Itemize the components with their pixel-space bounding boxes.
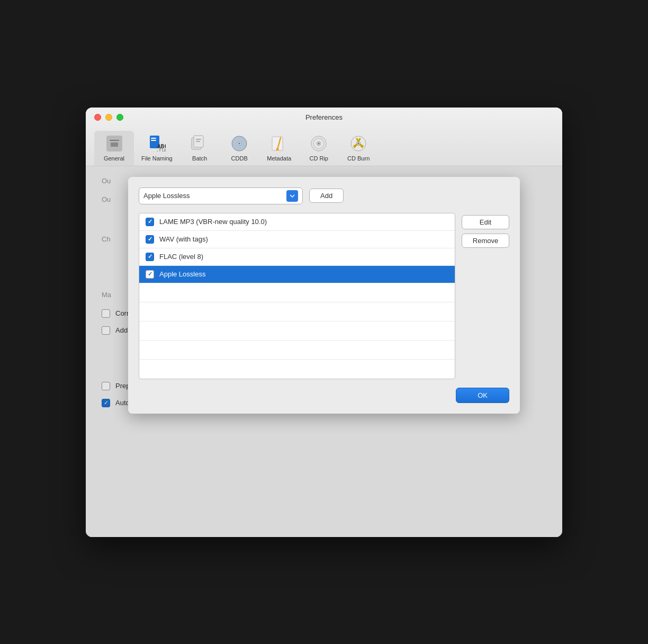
svg-rect-1 <box>110 140 119 141</box>
edit-button[interactable]: Edit <box>462 215 509 229</box>
toolbar-item-metadata[interactable]: Metadata <box>259 131 299 166</box>
svg-rect-4 <box>151 138 156 139</box>
add-button[interactable]: Add <box>309 189 344 203</box>
toolbar-label-general: General <box>104 155 124 162</box>
format-label-apple-lossless: Apple Lossless <box>159 270 205 278</box>
batch-icon <box>190 134 209 153</box>
modal-body: LAME MP3 (VBR-new quality 10.0) WAV (wit… <box>139 213 509 379</box>
svg-text:.flac: .flac <box>156 148 166 153</box>
toolbar-item-cddb[interactable]: CDDB <box>220 131 259 166</box>
svg-point-21 <box>318 142 320 145</box>
ok-button[interactable]: OK <box>456 388 509 403</box>
svg-rect-5 <box>151 140 156 141</box>
cd-rip-icon <box>309 134 328 153</box>
svg-point-24 <box>357 142 359 145</box>
format-checkbox-lame[interactable] <box>146 218 154 226</box>
modal-actions: Edit Remove <box>462 213 509 379</box>
titlebar: Preferences General <box>86 108 562 166</box>
modal-top: Apple Lossless Add <box>139 187 509 204</box>
metadata-icon <box>269 134 289 153</box>
format-empty-2 <box>139 302 455 321</box>
format-item-lame[interactable]: LAME MP3 (VBR-new quality 10.0) <box>139 213 455 231</box>
svg-rect-10 <box>196 139 201 140</box>
format-modal: Apple Lossless Add LAME MP3 (VBR-new qua… <box>128 177 520 414</box>
general-icon <box>105 134 124 153</box>
format-empty-4 <box>139 341 455 360</box>
format-item-apple-lossless[interactable]: Apple Lossless <box>139 266 455 283</box>
toolbar: General ABC .flac File Naming <box>94 127 554 166</box>
minimize-button[interactable] <box>105 114 112 121</box>
format-checkbox-apple-lossless[interactable] <box>146 270 154 279</box>
svg-point-17 <box>276 148 279 150</box>
toolbar-label-cd-burn: CD Burn <box>347 155 370 162</box>
svg-point-14 <box>238 142 240 145</box>
window-title: Preferences <box>94 113 554 121</box>
cd-burn-icon <box>349 134 368 153</box>
toolbar-item-file-naming[interactable]: ABC .flac File Naming <box>134 131 180 166</box>
toolbar-item-cd-rip[interactable]: CD Rip <box>299 131 339 166</box>
maximize-button[interactable] <box>116 114 123 121</box>
format-checkbox-flac[interactable] <box>146 253 154 261</box>
remove-button[interactable]: Remove <box>462 234 509 248</box>
toolbar-label-cd-rip: CD Rip <box>309 155 328 162</box>
format-checkbox-wav[interactable] <box>146 235 154 244</box>
format-empty-3 <box>139 321 455 341</box>
dropdown-value: Apple Lossless <box>143 192 190 200</box>
dropdown-arrow-icon <box>286 190 298 202</box>
file-naming-icon: ABC .flac <box>147 134 166 153</box>
main-content: Ou Ou Ch Ma Apple Lossless <box>86 166 562 537</box>
toolbar-item-cd-burn[interactable]: CD Burn <box>339 131 379 166</box>
close-button[interactable] <box>94 114 101 121</box>
toolbar-label-batch: Batch <box>192 155 207 162</box>
format-label-lame: LAME MP3 (VBR-new quality 10.0) <box>159 218 267 226</box>
cddb-icon <box>230 134 249 153</box>
format-empty-5 <box>139 360 455 379</box>
modal-footer: OK <box>139 388 509 403</box>
svg-rect-11 <box>196 141 200 142</box>
format-item-flac[interactable]: FLAC (level 8) <box>139 248 455 266</box>
format-item-wav[interactable]: WAV (with tags) <box>139 231 455 248</box>
preferences-window: Preferences General <box>86 108 562 537</box>
toolbar-label-metadata: Metadata <box>267 155 291 162</box>
modal-overlay: Apple Lossless Add LAME MP3 (VBR-new qua… <box>86 166 562 537</box>
format-label-wav: WAV (with tags) <box>159 235 208 243</box>
format-empty-1 <box>139 283 455 302</box>
svg-rect-2 <box>111 142 118 147</box>
toolbar-label-file-naming: File Naming <box>141 155 173 162</box>
toolbar-label-cddb: CDDB <box>231 155 248 162</box>
format-dropdown[interactable]: Apple Lossless <box>139 187 303 204</box>
toolbar-item-batch[interactable]: Batch <box>180 131 220 166</box>
toolbar-item-general[interactable]: General <box>94 131 134 166</box>
format-list: LAME MP3 (VBR-new quality 10.0) WAV (wit… <box>139 213 455 379</box>
format-label-flac: FLAC (level 8) <box>159 253 203 261</box>
